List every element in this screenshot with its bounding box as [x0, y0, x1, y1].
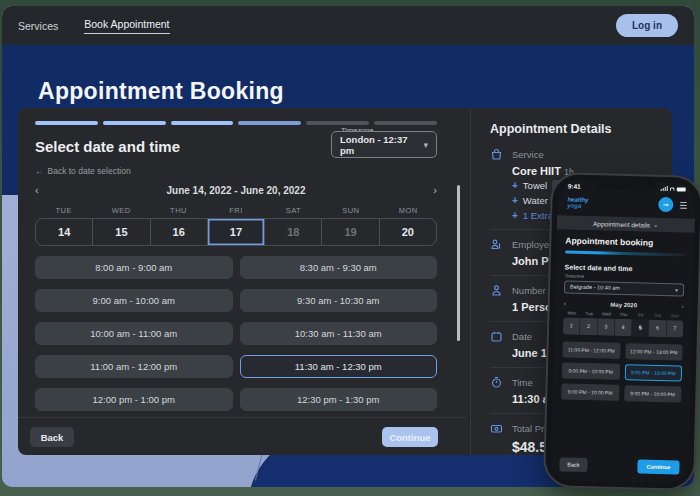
- date-cell-disabled: 19: [322, 219, 379, 245]
- weekday-labels: TUE WED THU FRI SAT SUN MON: [35, 206, 437, 215]
- continue-button[interactable]: Continue: [382, 427, 438, 447]
- date-cell[interactable]: 14: [36, 219, 93, 245]
- date-cell[interactable]: 15: [93, 219, 150, 245]
- phone-footer: Back Continue: [559, 457, 679, 474]
- time-slot-selected[interactable]: 11:30 am - 12:30 pm: [240, 355, 438, 378]
- time-slot[interactable]: 10:30 am - 11:30 am: [240, 322, 438, 345]
- page-title: Appointment Booking: [38, 78, 284, 105]
- phone-page-title: Appointment booking: [565, 235, 685, 248]
- week-navigation: ‹ June 14, 2022 - June 20, 2022 ›: [35, 184, 437, 196]
- chevron-down-icon: ▾: [675, 286, 678, 293]
- step-heading: Select date and time: [35, 138, 180, 155]
- nav-item-book-appointment[interactable]: Book Appointment: [84, 18, 169, 34]
- phone-timezone-label: Timezone: [564, 273, 684, 281]
- progress-segment: [171, 121, 234, 125]
- weekday-label: MON: [380, 206, 437, 215]
- date-picker-row: 14 15 16 17 18 19 20: [35, 218, 437, 246]
- time-slot[interactable]: 9:00 am - 10:00 am: [35, 289, 233, 312]
- time-slot[interactable]: 8:00 am - 9:00 am: [35, 256, 233, 279]
- employee-icon: [490, 238, 503, 251]
- nav-item-services[interactable]: Services: [18, 20, 58, 32]
- progress-segment: [238, 121, 301, 125]
- phone-time-slot-grid: 11:00 PM - 12:00 PM 12:00 PM - 13:00 PM …: [561, 341, 682, 402]
- hamburger-menu-icon[interactable]: ☰: [679, 200, 687, 210]
- progress-segment: [35, 121, 98, 125]
- phone-mockup: 9:41 healthy yoga ➞ ☰ Appointment detail…: [545, 174, 700, 489]
- phone-details-dropdown[interactable]: Appointment details ⌄: [557, 215, 695, 233]
- battery-icon: [677, 187, 686, 192]
- phone-date-cell[interactable]: 2: [580, 317, 597, 334]
- chevron-down-icon: ▾: [423, 140, 428, 150]
- back-button[interactable]: Back: [30, 427, 74, 447]
- weekday-label: SAT: [265, 206, 322, 215]
- plus-icon: +: [512, 210, 518, 221]
- timer-icon: [490, 376, 503, 389]
- time-slot[interactable]: 10:00 am - 11:00 am: [35, 322, 233, 345]
- details-scrollbar[interactable]: [457, 185, 460, 341]
- time-slot[interactable]: 8:30 am - 9:30 am: [240, 256, 438, 279]
- phone-time-slot[interactable]: 12:00 PM - 13:00 PM: [625, 343, 683, 360]
- healthy-yoga-logo: healthy yoga: [567, 196, 588, 209]
- phone-date-cell[interactable]: 4: [615, 318, 632, 335]
- week-range: June 14, 2022 - June 20, 2022: [61, 185, 411, 196]
- phone-date-cell[interactable]: 7: [667, 320, 684, 337]
- phone-date-cell[interactable]: 6: [649, 319, 666, 336]
- login-button[interactable]: Log in: [616, 14, 678, 37]
- time-slot[interactable]: 12:30 pm - 1:30 pm: [240, 388, 438, 411]
- phone-time-slot[interactable]: 9:00 PM - 10:00 PM: [624, 385, 682, 402]
- plus-icon: +: [512, 195, 518, 206]
- weekday-label: THU: [150, 206, 207, 215]
- weekday-label: WED: [92, 206, 149, 215]
- phone-status-bar: 9:41: [568, 183, 686, 193]
- top-navigation: Services Book Appointment Log in: [2, 6, 694, 45]
- time-slot-grid: 8:00 am - 9:00 am 8:30 am - 9:30 am 9:00…: [35, 256, 437, 411]
- calendar-icon: [490, 330, 503, 343]
- time-slot[interactable]: 11:00 am - 12:00 pm: [35, 355, 233, 378]
- phone-back-button[interactable]: Back: [559, 457, 587, 472]
- phone-header: healthy yoga ➞ ☰: [567, 195, 687, 213]
- next-month-icon[interactable]: ›: [672, 303, 684, 309]
- progress-segment: [103, 121, 166, 125]
- phone-progress-bar: [565, 250, 685, 256]
- date-cell[interactable]: 20: [380, 219, 436, 245]
- arrow-left-icon: ←: [35, 166, 44, 176]
- weekday-label: TUE: [35, 206, 92, 215]
- time-slot[interactable]: 9:30 am - 10:30 am: [240, 289, 438, 312]
- plus-icon: +: [512, 180, 518, 191]
- phone-timezone-select[interactable]: Belgrade - 10:40 am ▾: [564, 280, 684, 296]
- employee-label: Employee: [512, 239, 554, 250]
- progress-segment: [374, 121, 437, 125]
- phone-time-slot[interactable]: 9:00 PM - 10:00 PM: [562, 362, 620, 379]
- people-icon: [490, 284, 503, 297]
- phone-time-slot-selected[interactable]: 9:00 PM - 10:00 PM: [624, 364, 682, 381]
- prev-month-icon[interactable]: ‹: [564, 300, 576, 306]
- phone-login-button[interactable]: ➞: [658, 197, 673, 212]
- date-label: Date: [512, 331, 532, 342]
- weekday-label: SUN: [322, 206, 379, 215]
- details-title: Appointment Details: [490, 122, 672, 136]
- signal-icon: [660, 186, 668, 191]
- phone-time-slot[interactable]: 11:00 PM - 12:00 PM: [562, 341, 620, 358]
- date-cell[interactable]: 16: [151, 219, 208, 245]
- back-to-date-selection-link[interactable]: ← Back to date selection: [35, 166, 131, 176]
- phone-date-row: 1 2 3 4 5 6 7: [563, 317, 683, 337]
- service-label: Service: [512, 149, 544, 160]
- next-week-icon[interactable]: ›: [411, 184, 437, 196]
- phone-time-slot[interactable]: 9:00 PM - 10:00 PM: [561, 383, 619, 400]
- phone-date-cell-selected[interactable]: 5: [632, 319, 649, 336]
- phone-date-cell[interactable]: 1: [563, 317, 580, 334]
- phone-date-cell[interactable]: 3: [597, 318, 614, 335]
- phone-continue-button[interactable]: Continue: [637, 459, 679, 474]
- chevron-down-icon: ⌄: [653, 221, 659, 229]
- date-cell-selected[interactable]: 17: [208, 219, 265, 245]
- wifi-icon: [670, 187, 675, 191]
- phone-screen: 9:41 healthy yoga ➞ ☰ Appointment detail…: [550, 179, 696, 484]
- timezone-select[interactable]: London - 12:37 pm ▾: [331, 131, 437, 158]
- login-arrow-icon: ➞: [663, 201, 669, 209]
- progress-segment: [306, 121, 369, 125]
- price-icon: [490, 422, 503, 435]
- status-icons: [660, 186, 686, 192]
- prev-week-icon[interactable]: ‹: [35, 184, 61, 196]
- time-slot[interactable]: 12:00 pm - 1:00 pm: [35, 388, 233, 411]
- phone-body: Appointment booking Select date and time…: [559, 231, 685, 483]
